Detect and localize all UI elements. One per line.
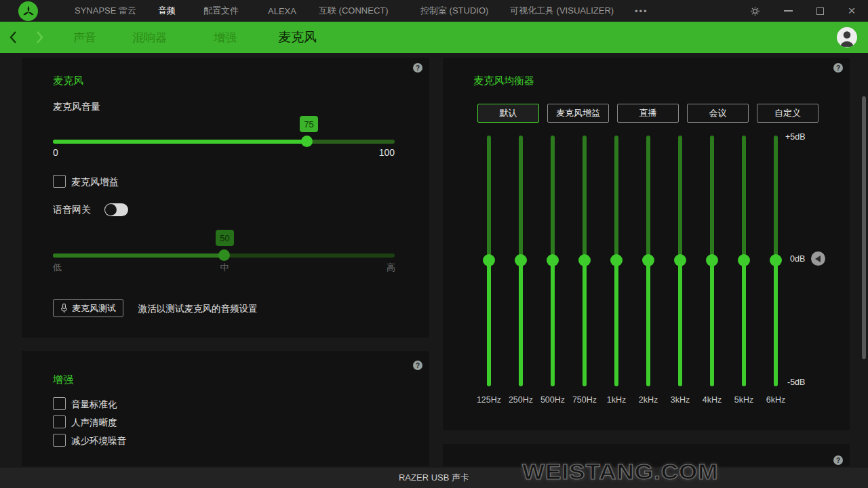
menu-connect[interactable]: 互联 (CONNECT) [319,5,389,17]
menu-audio[interactable]: 音频 [158,5,176,17]
eq-preset-row: 默认 麦克风增益 直播 会议 自定义 [477,104,818,123]
eq-track-upper [519,136,523,260]
eq-track-upper [646,136,650,260]
avatar[interactable] [837,27,857,47]
eq-track-upper [678,136,682,260]
sub-nav-bar: 声音 混响器 增强 麦克风 [0,22,868,53]
gate-slider-fill [53,253,224,258]
microphone-panel: ? 麦克风 麦克风音量 75 0 100 麦克风增益 语音网关 50 低 中 高… [22,58,429,338]
menu-studio[interactable]: 控制室 (STUDIO) [420,5,488,17]
gate-mid-label: 中 [211,262,238,274]
toggle-knob [105,204,117,216]
eq-track-lower [519,260,523,386]
gate-value-badge: 50 [216,230,234,246]
menu-synapse[interactable]: SYNAPSE 雷云 [75,5,136,17]
preset-mic-boost[interactable]: 麦克风增益 [547,104,609,123]
eq-track-upper [583,136,587,260]
eq-track-lower [487,260,491,386]
menu-alexa[interactable]: ALEXA [268,6,296,16]
mic-volume-range: 0 100 [53,147,395,158]
voice-gate-label: 语音网关 [53,204,91,216]
preset-custom[interactable]: 自定义 [757,104,818,123]
watermark: WEISTANG.COM [522,460,718,485]
mic-test-button[interactable]: 麦克风测试 [53,299,123,317]
mic-volume-min: 0 [53,147,58,158]
mic-volume-label: 麦克风音量 [53,101,100,113]
vertical-scrollbar[interactable] [862,96,866,359]
eq-band-label: 6kHz [755,395,796,405]
preset-conference[interactable]: 会议 [687,104,749,123]
eq-slider-handle[interactable] [547,254,559,266]
eq-scale-mid: 0dB [790,254,805,264]
eq-reset-button[interactable] [811,251,825,266]
gate-low-label: 低 [53,262,62,274]
more-menu-icon[interactable]: ••• [635,6,648,16]
minimize-button[interactable] [783,0,793,22]
mic-test-hint: 激活以测试麦克风的音频设置 [138,303,258,315]
tab-mixer[interactable]: 混响器 [132,30,167,45]
eq-slider-handle[interactable] [706,254,718,266]
menu-visualizer[interactable]: 可视化工具 (VISUALIZER) [510,5,614,17]
enhance-panel: ? 增强 音量标准化 人声清晰度 减少环境噪音 [22,351,429,466]
equalizer-panel: ? 麦克风均衡器 默认 麦克风增益 直播 会议 自定义 125Hz 250Hz … [443,58,850,430]
vocal-clarity-checkbox[interactable] [53,415,66,428]
eq-track-upper [487,136,491,260]
razer-logo-icon[interactable] [18,1,38,21]
panel-title: 增强 [53,373,73,386]
title-bar: SYNAPSE 雷云 音频 配置文件 ALEXA 互联 (CONNECT) 控制… [0,0,868,22]
eq-track-lower [551,260,555,386]
tab-microphone[interactable]: 麦克风 [278,28,317,46]
eq-track-lower [678,260,682,386]
eq-slider-handle[interactable] [578,254,591,266]
microphone-icon [60,303,68,314]
eq-track-lower [710,260,714,386]
maximize-button[interactable] [814,0,825,22]
gate-slider-handle[interactable] [218,249,230,261]
vocal-clarity-label: 人声清晰度 [71,417,117,429]
panel-title: 麦克风 [53,75,83,87]
eq-slider-handle[interactable] [738,254,750,266]
eq-track-lower [774,260,778,386]
eq-track-upper [551,136,555,260]
device-name: RAZER USB 声卡 [399,472,469,484]
settings-gear-icon[interactable] [749,0,761,22]
help-icon[interactable]: ? [833,455,843,465]
eq-track-lower [583,260,587,386]
close-button[interactable]: × [846,0,858,22]
tab-enhance[interactable]: 增强 [214,30,237,45]
eq-track-upper [774,136,778,260]
eq-band-6khz[interactable]: 6kHz [755,136,796,409]
status-bar: RAZER USB 声卡 [0,468,868,488]
volume-normalization-checkbox[interactable] [53,397,66,410]
panel-title: 麦克风均衡器 [473,75,534,87]
eq-slider-handle[interactable] [610,254,623,266]
help-icon[interactable]: ? [413,361,422,370]
volume-normalization-label: 音量标准化 [71,399,117,411]
mic-test-label: 麦克风测试 [72,302,116,314]
ambient-noise-reduction-checkbox[interactable] [53,434,66,447]
left-arrow-icon [815,256,821,262]
voice-gate-toggle[interactable] [104,203,128,216]
forward-arrow-icon[interactable] [34,30,45,47]
eq-track-lower [646,260,650,386]
mic-volume-max: 100 [379,147,395,158]
help-icon[interactable]: ? [413,63,422,73]
eq-slider-handle[interactable] [483,254,495,266]
help-icon[interactable]: ? [833,63,843,73]
eq-scale-bottom: -5dB [787,378,805,387]
preset-default[interactable]: 默认 [477,104,539,123]
eq-slider-handle[interactable] [515,254,527,266]
eq-slider-handle[interactable] [674,254,686,266]
preset-streaming[interactable]: 直播 [617,104,679,123]
eq-slider-handle[interactable] [770,254,782,266]
mic-gain-checkbox[interactable] [53,175,66,188]
mic-volume-slider-handle[interactable] [301,136,313,147]
back-arrow-icon[interactable] [8,30,19,47]
eq-scale-top: +5dB [785,132,806,142]
ambient-noise-reduction-label: 减少环境噪音 [71,435,126,447]
eq-slider-handle[interactable] [642,254,654,266]
menu-profiles[interactable]: 配置文件 [203,5,239,17]
mic-gain-label: 麦克风增益 [71,176,119,188]
eq-track-lower [614,260,618,386]
tab-sound[interactable]: 声音 [73,30,96,45]
